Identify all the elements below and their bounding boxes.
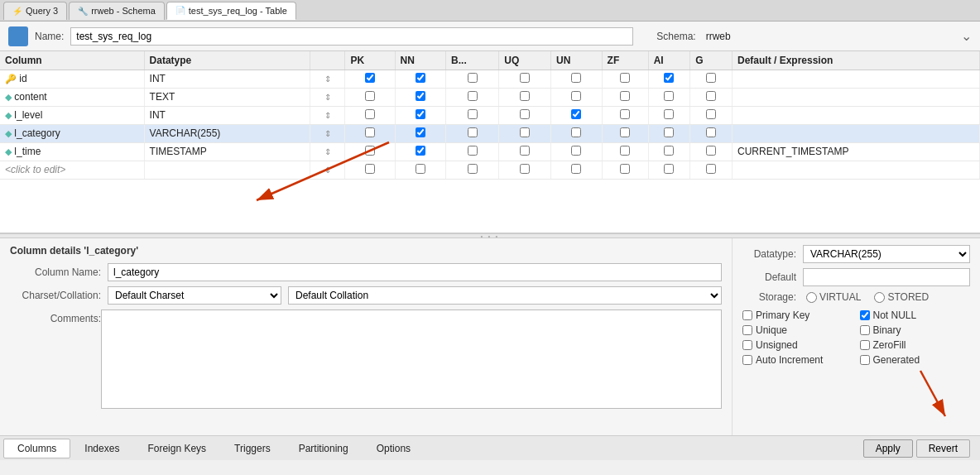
col-zf-cell[interactable] — [602, 88, 648, 106]
collation-select[interactable]: Default Collation — [288, 286, 722, 305]
col-g-cell[interactable] — [690, 70, 733, 88]
col-uq-cell[interactable] — [499, 124, 551, 142]
charset-select[interactable]: Default Charset — [108, 286, 281, 305]
col-nn-cell[interactable] — [395, 70, 446, 88]
diamond-icon: ◆ — [5, 110, 12, 120]
col-sort-cell[interactable]: ⇕ — [310, 70, 345, 88]
nn-checkbox[interactable] — [860, 310, 870, 320]
col-b-cell[interactable] — [446, 88, 499, 106]
col-sort-cell[interactable]: ⇕ — [310, 106, 345, 124]
col-g-cell[interactable] — [690, 161, 733, 179]
col-ai-cell[interactable] — [648, 88, 690, 106]
col-sort-cell[interactable]: ⇕ — [310, 124, 345, 142]
tab-options[interactable]: Options — [363, 439, 425, 458]
revert-button[interactable]: Revert — [916, 439, 970, 458]
ai-option[interactable]: Auto Increment — [742, 354, 853, 366]
col-sort-cell[interactable]: ⇕ — [310, 161, 345, 179]
unsigned-option[interactable]: Unsigned — [742, 339, 853, 351]
table-row[interactable]: ◆ l_time TIMESTAMP ⇕ CURRENT_TIMESTAMP — [0, 142, 980, 161]
tab-schema[interactable]: 🔧 rrweb - Schema — [69, 2, 165, 20]
col-ai-cell[interactable] — [648, 106, 690, 124]
tab-columns[interactable]: Columns — [3, 439, 70, 458]
binary-option[interactable]: Binary — [860, 324, 971, 336]
col-b-cell[interactable] — [446, 124, 499, 142]
table-row[interactable]: <click to edit> ⇕ — [0, 161, 980, 179]
tab-indexes[interactable]: Indexes — [70, 439, 133, 458]
col-sort-cell[interactable]: ⇕ — [310, 88, 345, 106]
binary-checkbox[interactable] — [860, 325, 870, 335]
col-g-cell[interactable] — [690, 142, 733, 161]
col-un-cell[interactable] — [551, 161, 603, 179]
col-uq-cell[interactable] — [499, 106, 551, 124]
col-b-cell[interactable] — [446, 70, 499, 88]
col-pk-cell[interactable] — [345, 161, 395, 179]
col-g-cell[interactable] — [690, 124, 733, 142]
col-pk-cell[interactable] — [345, 106, 395, 124]
storage-stored-option[interactable]: STORED — [874, 291, 929, 303]
uq-checkbox[interactable] — [742, 325, 752, 335]
storage-virtual-option[interactable]: VIRTUAL — [806, 291, 861, 303]
col-uq-cell[interactable] — [499, 161, 551, 179]
col-ai-cell[interactable] — [648, 161, 690, 179]
col-zf-cell[interactable] — [602, 70, 648, 88]
column-name-input[interactable] — [108, 263, 722, 281]
col-un-cell[interactable] — [551, 106, 603, 124]
col-pk-cell[interactable] — [345, 88, 395, 106]
uq-option[interactable]: Unique — [742, 324, 853, 336]
col-nn-cell[interactable] — [395, 88, 446, 106]
col-pk-cell[interactable] — [345, 142, 395, 161]
tab-foreign-keys[interactable]: Foreign Keys — [133, 439, 220, 458]
col-pk-cell[interactable] — [345, 124, 395, 142]
col-zf-cell[interactable] — [602, 106, 648, 124]
col-nn-cell[interactable] — [395, 142, 446, 161]
col-uq-cell[interactable] — [499, 88, 551, 106]
tab-partitioning[interactable]: Partitioning — [285, 439, 363, 458]
col-zf-cell[interactable] — [602, 142, 648, 161]
generated-checkbox[interactable] — [860, 355, 870, 365]
storage-virtual-radio[interactable] — [806, 292, 817, 303]
col-sort-cell[interactable]: ⇕ — [310, 142, 345, 161]
zerofill-option[interactable]: ZeroFill — [860, 339, 971, 351]
pk-checkbox[interactable] — [742, 310, 752, 320]
col-ai-cell[interactable] — [648, 70, 690, 88]
table-row[interactable]: ◆ l_level INT ⇕ — [0, 106, 980, 124]
table-row[interactable]: 🔑 id INT ⇕ — [0, 70, 980, 88]
col-un-cell[interactable] — [551, 88, 603, 106]
col-uq-cell[interactable] — [499, 70, 551, 88]
tab-triggers[interactable]: Triggers — [220, 439, 285, 458]
col-default-cell: CURRENT_TIMESTAMP — [733, 142, 980, 161]
col-g-cell[interactable] — [690, 88, 733, 106]
col-b-cell[interactable] — [446, 161, 499, 179]
unsigned-checkbox[interactable] — [742, 340, 752, 350]
col-zf-cell[interactable] — [602, 161, 648, 179]
col-nn-cell[interactable] — [395, 161, 446, 179]
chevron-down-icon[interactable]: ⌄ — [961, 28, 972, 44]
col-un-cell[interactable] — [551, 124, 603, 142]
ai-checkbox[interactable] — [742, 355, 752, 365]
table-name-input[interactable] — [70, 27, 633, 46]
table-row[interactable]: ◆ l_category VARCHAR(255) ⇕ — [0, 124, 980, 142]
col-ai-cell[interactable] — [648, 124, 690, 142]
storage-stored-radio[interactable] — [874, 292, 885, 303]
tab-query3[interactable]: ⚡ Query 3 — [3, 2, 67, 20]
col-pk-cell[interactable] — [345, 70, 395, 88]
col-zf-cell[interactable] — [602, 124, 648, 142]
col-b-cell[interactable] — [446, 142, 499, 161]
zerofill-checkbox[interactable] — [860, 340, 870, 350]
col-nn-cell[interactable] — [395, 124, 446, 142]
col-un-cell[interactable] — [551, 142, 603, 161]
pk-option[interactable]: Primary Key — [742, 309, 853, 321]
apply-button[interactable]: Apply — [863, 439, 913, 458]
datatype-select[interactable]: VARCHAR(255) INT TEXT TIMESTAMP — [803, 245, 970, 263]
col-b-cell[interactable] — [446, 106, 499, 124]
col-uq-cell[interactable] — [499, 142, 551, 161]
col-ai-cell[interactable] — [648, 142, 690, 161]
col-un-cell[interactable] — [551, 70, 603, 88]
comments-textarea[interactable] — [101, 309, 722, 409]
col-nn-cell[interactable] — [395, 106, 446, 124]
nn-option[interactable]: Not NULL — [860, 309, 971, 321]
default-input[interactable] — [803, 268, 970, 286]
table-row[interactable]: ◆ content TEXT ⇕ — [0, 88, 980, 106]
col-g-cell[interactable] — [690, 106, 733, 124]
tab-table[interactable]: 📄 test_sys_req_log - Table — [166, 2, 296, 20]
